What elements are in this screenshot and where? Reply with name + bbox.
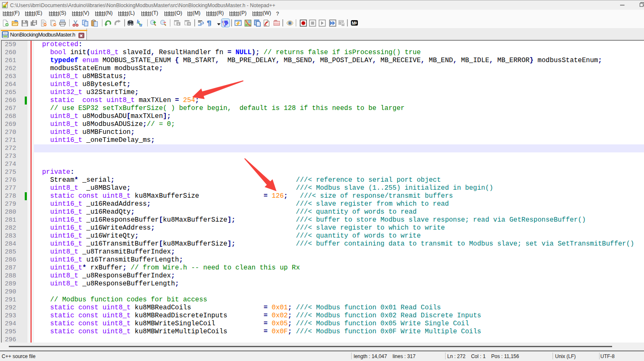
svg-text:M: M bbox=[352, 21, 355, 26]
svg-text:¶: ¶ bbox=[207, 19, 211, 27]
